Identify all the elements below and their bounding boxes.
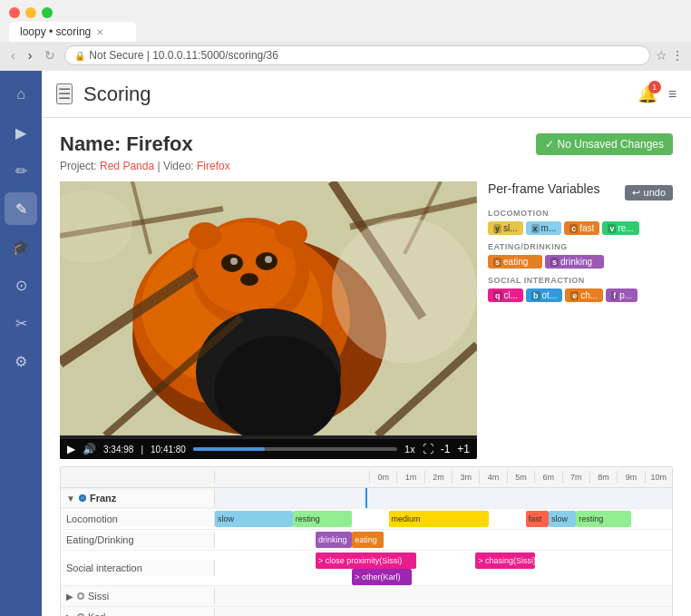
seg-fast-1[interactable]: fast xyxy=(526,511,549,527)
undo-button[interactable]: ↩ undo xyxy=(625,185,673,200)
tag-proximity[interactable]: fp... xyxy=(606,288,637,302)
karl-track[interactable] xyxy=(215,607,672,616)
minimize-traffic-light[interactable] xyxy=(25,7,36,18)
seg-chasing-1[interactable]: > chasing(Sissi) xyxy=(475,552,535,569)
karl-header[interactable]: ▶ Karl xyxy=(61,609,215,616)
hamburger-button[interactable]: ☰ xyxy=(56,83,73,104)
eating-drinking-track[interactable]: drinking eating xyxy=(215,530,672,550)
video-label: Video: xyxy=(163,160,194,172)
fullscreen-button[interactable]: ⛶ xyxy=(423,443,433,455)
progress-fill xyxy=(193,447,265,451)
ruler-7m: 7m xyxy=(562,471,589,484)
social-row-label: Social interaction xyxy=(66,562,142,573)
no-unsaved-changes-button[interactable]: ✓ No Unsaved Changes xyxy=(536,133,673,155)
play-button[interactable]: ▶ xyxy=(67,443,75,455)
ruler-6m: 6m xyxy=(534,471,561,484)
progress-bar[interactable] xyxy=(193,447,397,451)
sissi-header[interactable]: ▶ Sissi xyxy=(61,588,215,604)
seg-slow-1[interactable]: slow xyxy=(215,511,293,527)
volume-button[interactable]: 🔊 xyxy=(83,443,96,455)
sidebar: ⌂ ▶ ✏ ✎ 🎓 ⊙ ✂ ⚙ xyxy=(0,71,42,616)
locomotion-row: Locomotion slow resting medium fast slow… xyxy=(61,509,672,530)
video-container: ▶ 🔊 3:34:98 | 10:41:80 1x ⛶ -1 +1 xyxy=(60,181,477,459)
address-bar[interactable]: 🔒 Not Secure | 10.0.0.11:5000/scoring/36 xyxy=(64,45,650,65)
top-bar: ☰ Scoring 🔔 1 ≡ xyxy=(42,71,691,118)
sidebar-icon-scoring[interactable]: ✎ xyxy=(5,192,37,225)
seg-other-1[interactable]: > other(Karl) xyxy=(352,569,412,585)
name-header: Name: Firefox ✓ No Unsaved Changes xyxy=(60,132,673,156)
svg-point-12 xyxy=(265,256,272,263)
tag-other[interactable]: bot... xyxy=(526,288,562,302)
sidebar-icon-tools[interactable]: ✂ xyxy=(5,307,37,339)
sidebar-icon-video[interactable]: ▶ xyxy=(5,116,37,149)
video-frame[interactable] xyxy=(60,181,477,435)
social-section: SOCIAL INTERACTION qcl... bot... ech... … xyxy=(488,276,673,302)
seg-medium-1[interactable]: medium xyxy=(389,511,490,527)
star-icon[interactable]: ☆ xyxy=(656,48,667,63)
locomotion-track[interactable]: slow resting medium fast slow resting xyxy=(215,509,672,529)
seg-drinking-1[interactable]: drinking xyxy=(316,532,352,548)
seg-resting-2[interactable]: resting xyxy=(576,511,630,527)
tab-close-button[interactable]: ✕ xyxy=(96,27,103,37)
karl-collapse-button[interactable]: ▶ xyxy=(66,612,73,617)
ruler-2m: 2m xyxy=(424,471,452,484)
sidebar-icon-hat[interactable]: 🎓 xyxy=(5,230,37,263)
time-elapsed: 3:34:98 xyxy=(103,445,133,455)
franz-collapse-button[interactable]: ▼ xyxy=(66,494,75,504)
back-button[interactable]: ‹ xyxy=(7,46,19,64)
sidebar-icon-edit[interactable]: ✏ xyxy=(5,154,37,187)
svg-point-13 xyxy=(240,273,258,286)
seg-resting-1[interactable]: resting xyxy=(293,511,353,527)
sidebar-icon-circles[interactable]: ⊙ xyxy=(5,269,37,301)
step-back-button[interactable]: -1 xyxy=(441,443,451,455)
top-bar-actions: 🔔 1 ≡ xyxy=(637,84,676,104)
sidebar-icon-home[interactable]: ⌂ xyxy=(5,78,37,111)
video-controls: ▶ 🔊 3:34:98 | 10:41:80 1x ⛶ -1 +1 xyxy=(60,439,477,459)
tag-chasing[interactable]: ech... xyxy=(565,288,603,302)
seg-slow-2[interactable]: slow xyxy=(549,511,576,527)
project-info: Project: Red Panda | Video: Firefox xyxy=(60,160,673,172)
lock-icon: 🔒 xyxy=(74,51,85,61)
social-row: Social interaction > close proximity(Sis… xyxy=(61,551,672,586)
tag-fast[interactable]: cfast xyxy=(564,221,599,235)
tag-rest[interactable]: vre... xyxy=(602,221,638,235)
browser-tab[interactable]: loopy • scoring ✕ xyxy=(9,22,136,42)
project-link[interactable]: Red Panda xyxy=(100,160,154,172)
locomotion-section: LOCOMOTION ysl... xm... cfast vre... xyxy=(488,209,673,235)
svg-point-7 xyxy=(189,222,221,249)
ruler-10m: 10m xyxy=(645,471,672,484)
fullscreen-traffic-light[interactable] xyxy=(42,7,53,18)
seg-close-1[interactable]: > close proximity(Sissi) xyxy=(316,552,416,569)
sidebar-icon-settings[interactable]: ⚙ xyxy=(5,345,37,377)
timeline-section: 0m 1m 2m 3m 4m 5m 6m 7m 8m 9m 10m xyxy=(60,466,673,616)
list-menu-button[interactable]: ≡ xyxy=(668,86,676,103)
sissi-track[interactable] xyxy=(215,586,672,606)
video-link[interactable]: Firefox xyxy=(197,160,230,172)
content-area: Name: Firefox ✓ No Unsaved Changes Proje… xyxy=(42,118,691,616)
step-forward-button[interactable]: +1 xyxy=(457,443,470,455)
more-icon[interactable]: ⋮ xyxy=(671,48,684,63)
video-section: ▶ 🔊 3:34:98 | 10:41:80 1x ⛶ -1 +1 xyxy=(60,181,673,459)
forward-button[interactable]: › xyxy=(24,46,36,64)
ruler-5m: 5m xyxy=(507,471,534,484)
close-traffic-light[interactable] xyxy=(9,7,20,18)
tag-slow[interactable]: ysl... xyxy=(488,221,523,235)
timeline-ruler: 0m 1m 2m 3m 4m 5m 6m 7m 8m 9m 10m xyxy=(61,467,672,488)
seg-eating-1[interactable]: eating xyxy=(352,532,384,548)
page-title: Scoring xyxy=(83,83,637,106)
franz-header[interactable]: ▼ Franz xyxy=(61,490,215,506)
franz-group-row: ▼ Franz xyxy=(61,488,672,509)
notification-badge: 1 xyxy=(648,81,661,93)
tag-medium[interactable]: xm... xyxy=(526,221,562,235)
sissi-collapse-button[interactable]: ▶ xyxy=(66,592,73,601)
notification-button[interactable]: 🔔 1 xyxy=(637,84,657,104)
reload-button[interactable]: ↻ xyxy=(41,46,59,64)
tag-drinking[interactable]: sdrinking xyxy=(545,255,604,269)
tag-eating[interactable]: seating xyxy=(488,255,542,269)
eating-drinking-row: Eating/Drinking drinking eating xyxy=(61,530,672,551)
social-track[interactable]: > close proximity(Sissi) > other(Karl) >… xyxy=(215,551,672,585)
ruler-marks: 0m 1m 2m 3m 4m 5m 6m 7m 8m 9m 10m xyxy=(215,471,672,484)
url-display: Not Secure | 10.0.0.11:5000/scoring/36 xyxy=(89,49,278,62)
tag-close[interactable]: qcl... xyxy=(488,288,523,302)
ruler-8m: 8m xyxy=(589,471,617,484)
